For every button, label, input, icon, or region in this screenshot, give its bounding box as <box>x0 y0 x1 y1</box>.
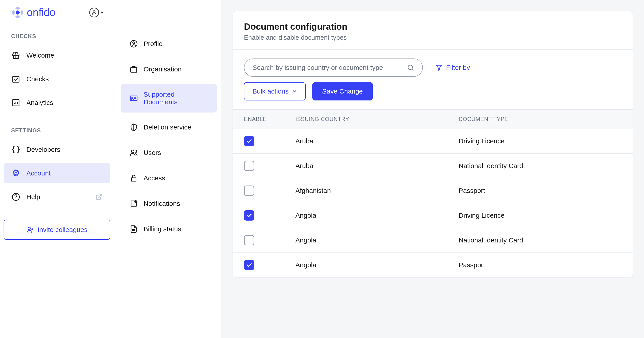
sidebar-item-label: Help <box>26 193 40 201</box>
brand-logo[interactable]: onfido <box>12 6 56 18</box>
sidebar-primary: onfido CHECKS Welcome Checks Analytics <box>0 0 114 338</box>
external-link-icon <box>96 193 102 200</box>
brand-name: onfido <box>27 6 56 18</box>
doctype-cell: Passport <box>459 187 622 194</box>
filter-button[interactable]: Filter by <box>435 64 470 71</box>
user-avatar-icon <box>89 7 99 17</box>
document-icon <box>130 225 138 233</box>
svg-point-0 <box>16 10 20 14</box>
doctype-cell: Passport <box>459 261 622 269</box>
table-row: AfghanistanPassport <box>233 178 632 203</box>
table-row: ArubaNational Identity Card <box>233 154 632 178</box>
subnav-item-deletion-service[interactable]: Deletion service <box>121 117 217 138</box>
enable-checkbox[interactable] <box>244 185 254 196</box>
sidebar-item-label: Analytics <box>26 99 53 107</box>
subnav-label: Billing status <box>144 225 181 233</box>
svg-rect-15 <box>131 68 137 72</box>
doctype-cell: National Identity Card <box>459 162 622 170</box>
users-icon <box>130 149 138 157</box>
lock-open-icon <box>130 174 138 182</box>
doctype-cell: National Identity Card <box>459 236 622 244</box>
country-cell: Afghanistan <box>296 187 459 194</box>
table-row: ArubaDriving Licence <box>233 129 632 154</box>
sidebar-item-label: Developers <box>26 146 60 153</box>
save-button[interactable]: Save Change <box>312 82 373 100</box>
sidebar-item-label: Checks <box>26 75 49 83</box>
subnav-label: Access <box>144 174 165 182</box>
th-country: ISSUING COUNTRY <box>296 116 459 122</box>
search-icon <box>407 64 414 71</box>
enable-checkbox[interactable] <box>244 235 254 245</box>
svg-point-14 <box>133 42 135 44</box>
subnav-label: Supported Documents <box>144 91 208 106</box>
sidebar-item-help[interactable]: Help <box>4 187 110 207</box>
subnav-item-profile[interactable]: Profile <box>121 33 217 54</box>
svg-point-21 <box>135 201 137 203</box>
sidebar-item-account[interactable]: Account <box>4 163 110 183</box>
sidebar-item-analytics[interactable]: Analytics <box>4 93 110 113</box>
subnav-label: Deletion service <box>144 124 191 131</box>
country-cell: Angola <box>296 212 459 219</box>
filter-label: Filter by <box>446 64 470 71</box>
enable-checkbox[interactable] <box>244 161 254 171</box>
user-menu-button[interactable] <box>89 7 104 17</box>
subnav-item-users[interactable]: Users <box>121 142 217 164</box>
svg-point-22 <box>408 65 412 70</box>
braces-icon <box>12 145 20 154</box>
subnav-label: Profile <box>144 40 162 47</box>
subnav-item-access[interactable]: Access <box>121 168 217 189</box>
enable-checkbox[interactable] <box>244 260 254 270</box>
document-config-card: Document configuration Enable and disabl… <box>232 11 633 278</box>
bulk-actions-button[interactable]: Bulk actions <box>244 82 306 100</box>
user-plus-icon <box>26 226 34 233</box>
search-box[interactable] <box>244 58 423 77</box>
table-row: AngolaDriving Licence <box>233 203 632 228</box>
table-header-row: ENABLE ISSUING COUNTRY DOCUMENT TYPE <box>233 109 632 129</box>
invite-colleagues-button[interactable]: Invite colleagues <box>4 220 110 240</box>
gift-icon <box>12 51 20 60</box>
onfido-logo-icon <box>12 6 24 18</box>
subnav-item-organisation[interactable]: Organisation <box>121 58 217 80</box>
enable-checkbox[interactable] <box>244 136 254 146</box>
sidebar-secondary: Profile Organisation Supported Documents… <box>114 0 222 338</box>
invite-label: Invite colleagues <box>38 226 88 233</box>
sidebar-item-welcome[interactable]: Welcome <box>4 45 110 65</box>
doctype-cell: Driving Licence <box>459 212 622 219</box>
svg-point-1 <box>16 7 20 9</box>
chevron-down-icon <box>292 89 297 94</box>
svg-point-3 <box>12 10 15 15</box>
bar-chart-icon <box>12 98 20 107</box>
page-title: Document configuration <box>244 22 622 32</box>
subnav-item-notifications[interactable]: Notifications <box>121 193 217 214</box>
shield-icon <box>130 123 138 131</box>
svg-rect-8 <box>13 77 19 82</box>
main-content: Document configuration Enable and disabl… <box>222 0 644 338</box>
user-circle-icon <box>130 40 138 48</box>
subnav-label: Users <box>144 149 161 157</box>
th-doctype: DOCUMENT TYPE <box>459 116 622 122</box>
help-circle-icon <box>12 193 20 201</box>
country-cell: Aruba <box>296 137 459 145</box>
notification-icon <box>130 200 138 208</box>
svg-rect-19 <box>132 178 136 181</box>
section-label-settings: SETTINGS <box>0 119 114 138</box>
sidebar-item-developers[interactable]: Developers <box>4 140 110 160</box>
bulk-label: Bulk actions <box>252 88 289 95</box>
sidebar-header: onfido <box>0 0 114 25</box>
briefcase-icon <box>130 65 138 73</box>
id-card-icon <box>130 94 138 102</box>
country-cell: Aruba <box>296 162 459 170</box>
th-enable: ENABLE <box>244 116 296 122</box>
sidebar-item-checks[interactable]: Checks <box>4 69 110 89</box>
subnav-item-billing-status[interactable]: Billing status <box>121 218 217 240</box>
subnav-item-supported-documents[interactable]: Supported Documents <box>121 84 217 113</box>
svg-point-12 <box>28 227 30 230</box>
country-cell: Angola <box>296 236 459 244</box>
gear-icon <box>12 169 20 177</box>
table-row: AngolaPassport <box>233 253 632 277</box>
search-input[interactable] <box>252 64 407 71</box>
section-label-checks: CHECKS <box>0 25 114 43</box>
page-subtitle: Enable and disable document types <box>244 34 622 41</box>
sidebar-item-label: Welcome <box>26 52 54 59</box>
enable-checkbox[interactable] <box>244 210 254 221</box>
